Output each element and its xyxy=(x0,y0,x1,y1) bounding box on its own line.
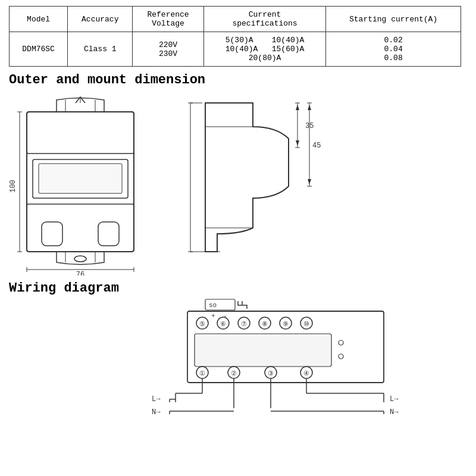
svg-point-59 xyxy=(339,354,343,359)
svg-rect-20 xyxy=(98,222,119,246)
svg-text:N→: N→ xyxy=(390,408,399,416)
svg-marker-34 xyxy=(308,179,311,184)
svg-rect-5 xyxy=(27,112,134,154)
cell-accuracy: Class 1 xyxy=(68,32,133,67)
svg-text:③: ③ xyxy=(268,370,274,377)
col-starting-current: Starting current(A) xyxy=(326,7,461,32)
svg-point-14 xyxy=(74,256,86,262)
cell-current-specs: 5(30)A 10(40)A 10(40)A 15(60)A 20(80)A xyxy=(203,32,325,67)
svg-text:100: 100 xyxy=(9,180,17,193)
svg-text:L→: L→ xyxy=(152,395,161,403)
svg-text:N→: N→ xyxy=(152,408,161,416)
front-view-diagram: 100 xyxy=(9,91,176,278)
svg-text:-: - xyxy=(223,312,227,320)
svg-text:⑥: ⑥ xyxy=(220,321,226,328)
svg-text:L→: L→ xyxy=(390,395,399,403)
svg-text:④: ④ xyxy=(303,370,309,377)
svg-text:45: 45 xyxy=(312,142,321,150)
diagrams-area: 100 xyxy=(9,91,467,278)
svg-text:①: ① xyxy=(199,370,205,377)
svg-point-58 xyxy=(339,340,343,345)
cell-starting-current: 0.020.040.08 xyxy=(326,32,461,67)
cell-voltage: 220V230V xyxy=(133,32,204,67)
svg-text:⑦: ⑦ xyxy=(241,321,247,328)
svg-text:⑧: ⑧ xyxy=(262,321,268,328)
col-model: Model xyxy=(10,7,68,32)
cell-model: DDM76SC xyxy=(10,32,68,67)
col-current-specs: Currentspecifications xyxy=(203,7,325,32)
svg-rect-19 xyxy=(42,222,62,246)
svg-marker-31 xyxy=(296,105,299,110)
wiring-title: Wiring diagram xyxy=(9,281,467,296)
svg-text:so: so xyxy=(209,302,217,309)
svg-text:②: ② xyxy=(231,370,237,377)
page: Model Accuracy ReferenceVoltage Currents… xyxy=(0,0,476,476)
svg-text:⑨: ⑨ xyxy=(283,321,289,328)
svg-text:⑤: ⑤ xyxy=(199,321,205,328)
outer-title: Outer and mount dimension xyxy=(9,73,467,87)
spec-table: Model Accuracy ReferenceVoltage Currents… xyxy=(9,6,461,67)
svg-text:76: 76 xyxy=(76,271,84,275)
wiring-diagram: so ⑤ ⑥ ⑦ ⑧ ⑨ ⑩ + xyxy=(9,298,467,432)
svg-marker-33 xyxy=(308,105,311,110)
svg-text:+: + xyxy=(211,312,215,320)
svg-rect-57 xyxy=(195,334,331,367)
col-voltage: ReferenceVoltage xyxy=(133,7,204,32)
svg-text:⑩: ⑩ xyxy=(303,321,309,328)
svg-marker-32 xyxy=(296,140,299,146)
side-view-diagram: 35 45 xyxy=(181,91,467,278)
svg-rect-10 xyxy=(39,164,122,193)
col-accuracy: Accuracy xyxy=(68,7,133,32)
